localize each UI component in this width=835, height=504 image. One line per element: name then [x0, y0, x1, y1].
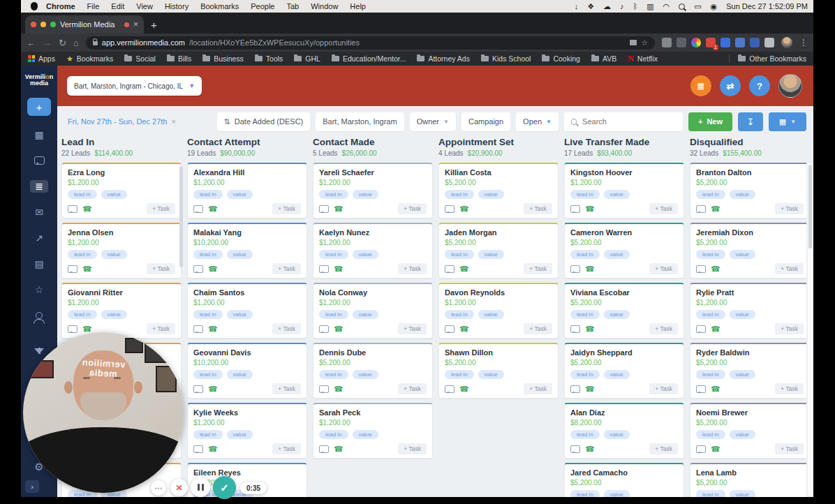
chrome-menu-icon[interactable]: ⋮ — [799, 38, 808, 47]
status-filter[interactable]: Open ▼ — [516, 112, 559, 131]
search-input[interactable] — [581, 117, 676, 126]
url-bar[interactable]: app.vermilionmedia.com /location/HXoYEe5… — [86, 36, 655, 50]
phone-icon[interactable]: ☎ — [82, 265, 92, 273]
message-icon[interactable] — [445, 265, 455, 273]
board-scrollbar[interactable] — [808, 163, 813, 496]
contacts-icon[interactable] — [30, 309, 48, 322]
opportunity-card[interactable]: Shawn Dillon$5,200.00lead invalue☎+ Task — [438, 343, 559, 399]
phone-icon[interactable]: ☎ — [585, 385, 595, 393]
location-selector[interactable]: Bart, Marston, Ingram - Chicago, IL ▼ — [67, 76, 202, 96]
opportunity-card[interactable]: Rylie Pratt$1,200.00lead invalue☎+ Task — [690, 283, 806, 339]
phone-icon[interactable]: ☎ — [208, 445, 218, 453]
dropbox-icon[interactable]: ❖ — [587, 3, 594, 10]
apple-menu-icon[interactable] — [31, 2, 38, 10]
recorder-cancel-button[interactable]: ✕ — [170, 479, 188, 496]
add-task-button[interactable]: + Task — [398, 383, 427, 394]
message-icon[interactable] — [193, 205, 203, 213]
add-task-button[interactable]: + Task — [649, 323, 678, 334]
recorder-finish-button[interactable]: ✓ — [213, 476, 236, 499]
add-task-button[interactable]: + Task — [775, 443, 804, 454]
sort-selector[interactable]: ⇅ Date Added (DESC) — [217, 112, 311, 131]
menu-item-chrome[interactable]: Chrome — [46, 2, 75, 10]
message-icon[interactable] — [319, 265, 329, 273]
opportunity-card[interactable]: Kaelyn Nunez$1,200.00lead invalue☎+ Task — [313, 223, 433, 279]
date-range-clear-icon[interactable]: × — [171, 117, 175, 126]
message-icon[interactable] — [445, 205, 455, 213]
message-icon[interactable] — [319, 445, 329, 453]
message-icon[interactable] — [68, 325, 77, 333]
bookmark-business[interactable]: Business — [202, 54, 244, 63]
home-button[interactable]: ⌂ — [73, 38, 79, 47]
phone-icon[interactable]: ☎ — [585, 325, 595, 333]
phone-icon[interactable]: ☎ — [711, 265, 721, 273]
menu-item-bookmarks[interactable]: Bookmarks — [200, 2, 239, 10]
bookmark-apps[interactable]: Apps — [28, 54, 55, 63]
message-icon[interactable] — [68, 205, 77, 213]
back-button[interactable]: ← — [27, 38, 36, 47]
message-icon[interactable] — [193, 325, 203, 333]
opportunity-card[interactable]: Jared Camacho$5,200.00lead invalue☎+ Tas… — [564, 463, 684, 497]
add-task-button[interactable]: + Task — [649, 203, 678, 214]
message-icon[interactable] — [696, 325, 706, 333]
search-box[interactable] — [564, 112, 683, 131]
opportunity-card[interactable]: Cameron Warren$5,200.00lead invalue☎+ Ta… — [564, 223, 684, 279]
sidebar-add-button[interactable]: + — [27, 98, 51, 116]
add-task-button[interactable]: + Task — [147, 203, 175, 214]
opportunity-card[interactable]: Kylie Weeks$1,200.00lead invalue☎+ Task — [187, 403, 307, 459]
phone-icon[interactable]: ☎ — [459, 325, 469, 333]
phone-icon[interactable]: ☎ — [208, 385, 218, 393]
activity-list-button[interactable]: ≣ — [690, 75, 711, 96]
phone-icon[interactable]: ☎ — [334, 385, 343, 393]
phone-icon[interactable]: ☎ — [334, 325, 343, 333]
owner-filter[interactable]: Owner ▼ — [410, 112, 456, 131]
add-task-button[interactable]: + Task — [524, 383, 552, 394]
download-icon[interactable]: ↓ — [575, 3, 579, 10]
traffic-minimize-icon[interactable] — [40, 22, 46, 27]
message-icon[interactable] — [445, 385, 455, 393]
user-avatar[interactable] — [778, 74, 802, 98]
browser-profile-avatar[interactable] — [781, 37, 792, 48]
new-opportunity-button[interactable]: + New — [688, 112, 732, 131]
add-task-button[interactable]: + Task — [272, 323, 301, 334]
bookmark-star-icon[interactable]: ☆ — [641, 38, 648, 47]
bookmark-avb[interactable]: AVB — [591, 54, 616, 63]
bookmark-attorney-ads[interactable]: Attorney Ads — [417, 54, 470, 63]
message-icon[interactable] — [696, 385, 706, 393]
phone-icon[interactable]: ☎ — [585, 265, 595, 273]
opportunity-card[interactable]: Yareli Schaefer$1,200.00lead invalue☎+ T… — [313, 163, 433, 218]
opportunity-card[interactable]: Jaidyn Sheppard$5,200.00lead invalue☎+ T… — [564, 343, 684, 399]
ext-camera[interactable] — [662, 38, 672, 47]
phone-icon[interactable]: ☎ — [711, 445, 721, 453]
opportunity-card[interactable]: Jeremiah Dixon$5,200.00lead invalue☎+ Ta… — [690, 223, 806, 279]
menu-item-file[interactable]: File — [87, 2, 100, 10]
menu-item-window[interactable]: Window — [311, 2, 338, 10]
switch-account-button[interactable]: ⇄ — [720, 75, 741, 96]
add-task-button[interactable]: + Task — [775, 263, 804, 274]
bookmark-cooking[interactable]: Cooking — [542, 54, 580, 63]
add-task-button[interactable]: + Task — [398, 323, 427, 334]
menu-item-help[interactable]: Help — [350, 2, 366, 10]
add-task-button[interactable]: + Task — [649, 263, 678, 274]
new-tab-button[interactable]: + — [151, 19, 157, 34]
message-icon[interactable] — [319, 385, 329, 393]
message-icon[interactable] — [570, 325, 580, 333]
message-icon[interactable] — [445, 325, 455, 333]
bookmark-netflix[interactable]: NNetflix — [628, 54, 658, 64]
message-icon[interactable] — [193, 265, 203, 273]
opportunity-card[interactable]: Malakai Yang$10,200.00lead invalue☎+ Tas… — [187, 223, 307, 279]
menu-item-history[interactable]: History — [165, 2, 189, 10]
conversations-icon[interactable] — [30, 154, 48, 167]
ext-code-brackets[interactable] — [677, 38, 686, 47]
ext-drive[interactable] — [735, 38, 745, 47]
password-manager-icon[interactable]: ▥ — [646, 3, 653, 10]
display-icon[interactable]: ▭ — [694, 3, 701, 10]
phone-icon[interactable]: ☎ — [711, 385, 721, 393]
opportunity-card[interactable]: Jaden Morgan$5,200.00lead invalue☎+ Task — [438, 223, 559, 279]
opportunity-card[interactable]: Lena Lamb$5,200.00lead invalue☎+ Task — [690, 463, 806, 497]
message-icon[interactable] — [193, 445, 203, 453]
wifi-icon[interactable]: ◠ — [663, 3, 670, 10]
menu-item-people[interactable]: People — [251, 2, 274, 10]
opportunity-card[interactable]: Ezra Long$1,200.00lead invalue☎+ Task — [61, 163, 182, 218]
add-task-button[interactable]: + Task — [147, 263, 175, 274]
assistant-icon[interactable]: ◉ — [711, 3, 718, 10]
